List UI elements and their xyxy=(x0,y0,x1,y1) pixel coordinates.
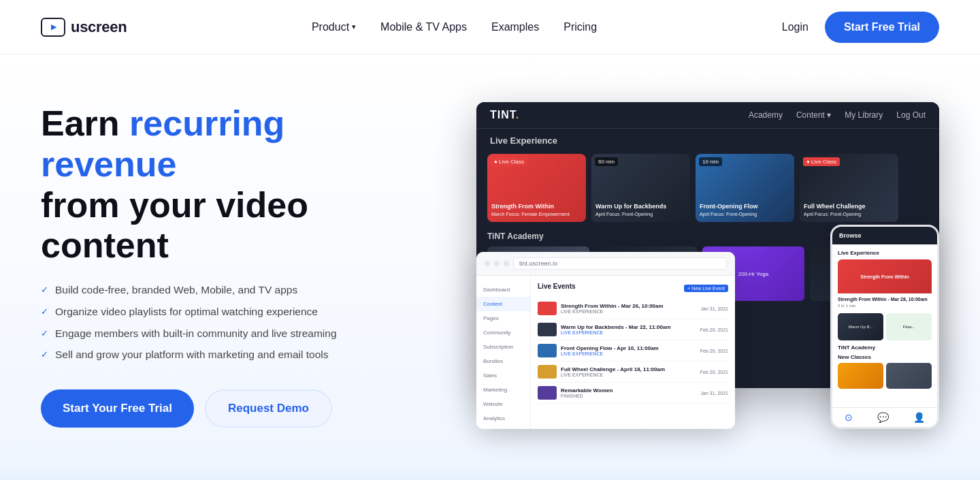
video-card-2: 60 min Warm Up for BackbendsApril Focus:… xyxy=(591,154,690,222)
bullet-3: ✓ Engage members with built-in community… xyxy=(41,326,395,341)
sidebar-item-content: Content xyxy=(476,297,530,311)
tint-logo: TINT. xyxy=(490,109,519,121)
chevron-down-icon: ▾ xyxy=(352,22,356,31)
hero-ctas: Start Your Free Trial Request Demo xyxy=(41,389,395,428)
mobile-tab-account[interactable]: 👤 xyxy=(913,412,925,423)
new-class-cards xyxy=(838,363,932,389)
hero-cta-primary[interactable]: Start Your Free Trial xyxy=(41,389,194,428)
mobile-bottombar: ⊙ 💬 👤 xyxy=(832,407,937,427)
mockup-admin-panel: tint.uscreen.io Dashboard Content Pages … xyxy=(476,252,735,429)
bottom-gradient xyxy=(0,463,980,480)
nav-cta-button[interactable]: Start Free Trial xyxy=(825,12,939,43)
mockup-mobile-app: Browse Live Experience Strength From Wit… xyxy=(830,225,939,429)
logo-icon xyxy=(41,18,65,37)
bullet-1: ✓ Build code-free, branded Web, Mobile, … xyxy=(41,283,395,298)
admin-topbar: tint.uscreen.io xyxy=(476,252,735,276)
sidebar-item-website: Website xyxy=(476,397,530,411)
admin-row-1: Strength From Within - Mar 26, 10:00am L… xyxy=(538,298,728,319)
video-card-3: 10 min Front-Opening FlowApril Focus: Fr… xyxy=(696,154,794,222)
new-class-card-1 xyxy=(838,363,883,389)
mobile-content: Live Experience Strength From Within Str… xyxy=(832,244,937,394)
mobile-card-1: Strength From Within Strength From Withi… xyxy=(838,259,932,309)
admin-section-title: Live Events xyxy=(538,283,576,290)
hero-cta-secondary[interactable]: Request Demo xyxy=(205,389,332,428)
live-experience-label: Live Experience xyxy=(476,129,939,150)
sidebar-item-dashboard: Dashboard xyxy=(476,283,530,297)
nav-right: Login Start Free Trial xyxy=(782,12,939,43)
sidebar-item-subscription: Subscription xyxy=(476,340,530,354)
bullet-2: ✓ Organize video playlists for optimal w… xyxy=(41,304,395,319)
video-card-4: ● Live Class Full Wheel ChallengeApril F… xyxy=(800,154,898,222)
admin-body: Dashboard Content Pages Community Subscr… xyxy=(476,276,735,429)
admin-row-3: Front Opening Flow - Apr 10, 11:00am LIV… xyxy=(538,340,728,362)
nav-link-pricing[interactable]: Pricing xyxy=(564,21,597,33)
nav-link-mobile-tv[interactable]: Mobile & TV Apps xyxy=(380,21,467,33)
sidebar-item-sales: Sales xyxy=(476,368,530,383)
video-cards-row: ● Live Class Strength From WithinMarch F… xyxy=(476,150,939,229)
sidebar-item-bundles: Bundles xyxy=(476,354,530,368)
navbar: uscreen Product ▾ Mobile & TV Apps Examp… xyxy=(0,0,980,54)
sidebar-item-pages: Pages xyxy=(476,311,530,325)
mobile-tab-community[interactable]: 💬 xyxy=(877,412,889,423)
check-icon: ✓ xyxy=(41,306,48,318)
sidebar-item-analytics: Analytics xyxy=(476,411,530,426)
mockup-topbar: TINT. Academy Content ▾ My Library Log O… xyxy=(476,102,939,129)
logo-text: uscreen xyxy=(71,18,127,36)
mobile-card-sm-2: Flow... xyxy=(886,313,932,340)
topbar-nav: Academy Content ▾ My Library Log Out xyxy=(749,110,926,120)
sidebar-item-marketing: Marketing xyxy=(476,383,530,397)
bullet-4: ✓ Sell and grow your platform with marke… xyxy=(41,347,395,362)
check-icon: ✓ xyxy=(41,284,48,296)
sidebar-item-community: Community xyxy=(476,325,530,340)
nav-link-examples[interactable]: Examples xyxy=(491,21,539,33)
new-class-card-2 xyxy=(886,363,932,389)
admin-content-area: Live Events + New Live Event Strength Fr… xyxy=(531,276,735,429)
mockup-container: TINT. Academy Content ▾ My Library Log O… xyxy=(476,102,939,429)
logo[interactable]: uscreen xyxy=(41,18,127,37)
hero-heading: Earn recurring revenue from your video c… xyxy=(41,103,395,266)
nav-link-product[interactable]: Product ▾ xyxy=(312,21,356,33)
mobile-header: Browse xyxy=(832,227,937,244)
admin-url-bar: tint.uscreen.io xyxy=(513,257,727,270)
mobile-tab-browse[interactable]: ⊙ xyxy=(845,412,853,423)
hero-section: Earn recurring revenue from your video c… xyxy=(0,54,980,463)
sidebar-item-distribution: Distribution xyxy=(476,426,530,429)
mobile-card-sm-1: Warm Up B... xyxy=(838,313,883,340)
hero-left: Earn recurring revenue from your video c… xyxy=(41,103,395,428)
admin-row-2: Warm Up for Backbends - Mar 22, 11:00am … xyxy=(538,319,728,340)
hero-right: TINT. Academy Content ▾ My Library Log O… xyxy=(395,95,939,436)
admin-sidebar: Dashboard Content Pages Community Subscr… xyxy=(476,276,531,429)
nav-links: Product ▾ Mobile & TV Apps Examples Pric… xyxy=(312,21,597,33)
login-link[interactable]: Login xyxy=(782,21,808,33)
admin-row-4: Full Wheel Challenge - April 18, 11:00am… xyxy=(538,362,728,383)
new-live-event-button[interactable]: + New Live Event xyxy=(684,285,728,292)
mobile-cards-row: Warm Up B... Flow... xyxy=(838,313,932,340)
check-icon: ✓ xyxy=(41,349,48,361)
hero-bullets: ✓ Build code-free, branded Web, Mobile, … xyxy=(41,283,395,362)
video-card-1: ● Live Class Strength From WithinMarch F… xyxy=(487,154,586,222)
admin-row-5: Remarkable Women FINISHED Jan 31, 2021 xyxy=(538,383,728,404)
check-icon: ✓ xyxy=(41,327,48,340)
